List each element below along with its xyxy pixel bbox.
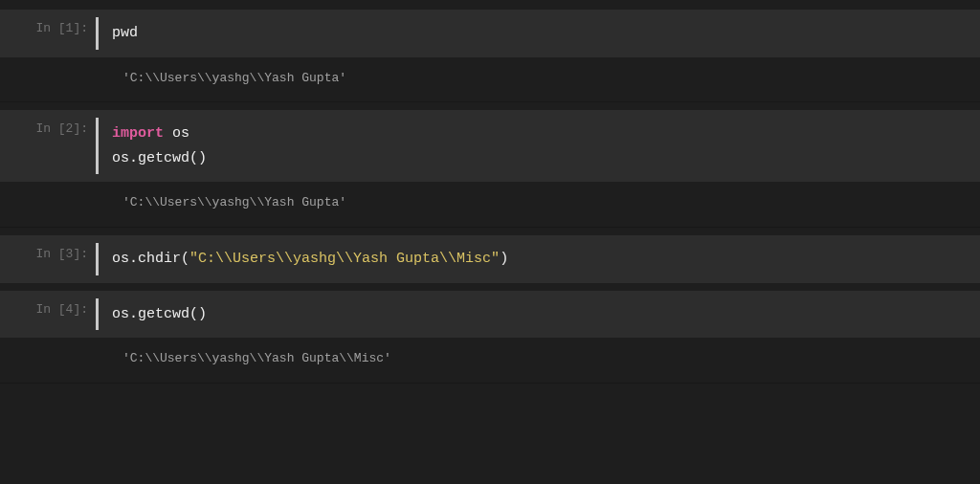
code-token: os — [164, 125, 189, 142]
code-token: () — [189, 150, 207, 166]
code-line: import os — [112, 121, 967, 146]
code-token: os — [112, 251, 129, 267]
code-token: getcwd — [138, 306, 189, 322]
code-line: os.chdir("C:\\Users\\yashg\\Yash Gupta\\… — [112, 247, 967, 272]
code-token: os — [112, 150, 129, 166]
notebook-cell: In [4]:os.getcwd()'C:\\Users\\yashg\\Yas… — [0, 291, 980, 384]
code-token: pwd — [112, 25, 138, 41]
output-text: 'C:\\Users\\yashg\\Yash Gupta\\Misc' — [96, 349, 980, 369]
code-area[interactable]: os.chdir("C:\\Users\\yashg\\Yash Gupta\\… — [99, 235, 980, 283]
input-row[interactable]: In [2]:import osos.getcwd() — [0, 110, 980, 182]
output-row: 'C:\\Users\\yashg\\Yash Gupta' — [0, 182, 980, 228]
output-row: 'C:\\Users\\yashg\\Yash Gupta' — [0, 57, 980, 103]
notebook-cell: In [3]:os.chdir("C:\\Users\\yashg\\Yash … — [0, 235, 980, 283]
input-row[interactable]: In [4]:os.getcwd() — [0, 291, 980, 339]
input-row[interactable]: In [1]:pwd — [0, 10, 980, 57]
code-area[interactable]: import osos.getcwd() — [99, 110, 980, 182]
code-line: pwd — [112, 21, 967, 46]
code-token: () — [189, 306, 207, 322]
code-token: getcwd — [138, 150, 189, 166]
code-area[interactable]: pwd — [99, 10, 980, 57]
code-token: ) — [500, 251, 508, 267]
code-token: ( — [181, 251, 189, 267]
code-token: "C:\\Users\\yashg\\Yash Gupta\\Misc" — [189, 251, 500, 267]
code-token: import — [112, 125, 164, 142]
output-text: 'C:\\Users\\yashg\\Yash Gupta' — [96, 193, 980, 213]
notebook-cell: In [2]:import osos.getcwd()'C:\\Users\\y… — [0, 110, 980, 228]
input-row[interactable]: In [3]:os.chdir("C:\\Users\\yashg\\Yash … — [0, 235, 980, 283]
code-token: . — [129, 251, 138, 267]
output-row: 'C:\\Users\\yashg\\Yash Gupta\\Misc' — [0, 338, 980, 384]
output-prompt-spacer — [0, 193, 96, 213]
code-token: chdir — [138, 251, 181, 267]
code-token: . — [129, 306, 138, 322]
code-token: . — [129, 150, 138, 166]
output-prompt-spacer — [0, 69, 96, 89]
code-area[interactable]: os.getcwd() — [99, 291, 980, 339]
code-line: os.getcwd() — [112, 146, 967, 171]
input-prompt: In [1]: — [0, 10, 96, 57]
input-prompt: In [2]: — [0, 110, 96, 182]
notebook-cell: In [1]:pwd'C:\\Users\\yashg\\Yash Gupta' — [0, 10, 980, 102]
notebook-container: In [1]:pwd'C:\\Users\\yashg\\Yash Gupta'… — [0, 10, 980, 384]
output-text: 'C:\\Users\\yashg\\Yash Gupta' — [96, 69, 980, 89]
output-prompt-spacer — [0, 349, 96, 369]
input-prompt: In [4]: — [0, 291, 96, 339]
code-token: os — [112, 306, 129, 322]
input-prompt: In [3]: — [0, 235, 96, 283]
code-line: os.getcwd() — [112, 302, 967, 327]
